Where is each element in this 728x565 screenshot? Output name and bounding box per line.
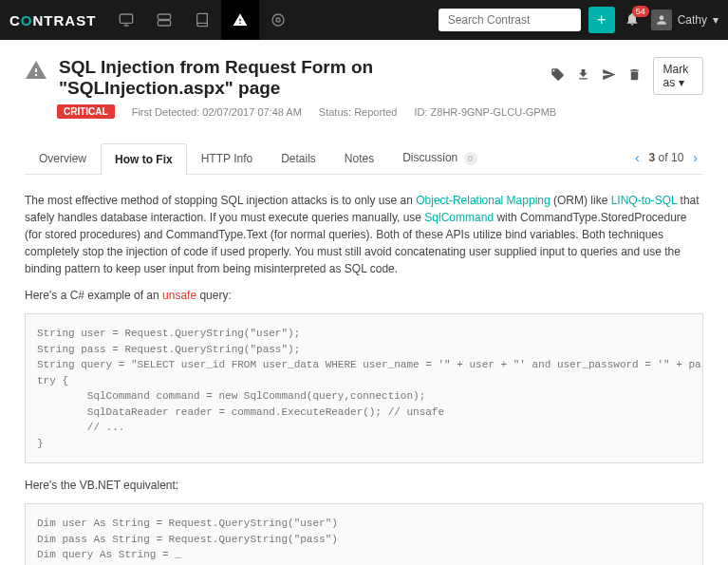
tag-icon[interactable] — [551, 67, 565, 85]
vbnet-unsafe-code: Dim user As String = Request.QueryString… — [25, 503, 703, 565]
first-detected: First Detected: 02/07/2017 07:48 AM — [132, 106, 302, 118]
svg-point-6 — [276, 18, 280, 22]
mark-as-button[interactable]: Mark as ▾ — [653, 57, 704, 95]
csharp-unsafe-code: String user = Request.QueryString("user"… — [25, 313, 703, 463]
discussion-count: 0 — [464, 152, 477, 165]
download-icon[interactable] — [576, 67, 590, 85]
tab-notes[interactable]: Notes — [330, 142, 388, 174]
csharp-unsafe-label: Here's a C# example of an unsafe query: — [25, 287, 703, 304]
user-menu[interactable]: Cathy ▾ — [651, 9, 719, 30]
vuln-id: ID: Z8HR-9GNP-GLCU-GPMB — [414, 106, 556, 118]
avatar-icon — [651, 9, 672, 30]
pager-next-icon[interactable]: › — [693, 150, 698, 165]
tab-http-info[interactable]: HTTP Info — [187, 142, 267, 174]
search-input[interactable] — [439, 9, 581, 31]
pager: ‹ 3 of 10 › — [635, 150, 703, 165]
page-content: SQL Injection from Request Form on "SQLI… — [0, 40, 728, 565]
vulnerability-header: SQL Injection from Request Form on "SQLI… — [25, 57, 703, 99]
nav-vulnerabilities-icon[interactable] — [221, 0, 259, 40]
tab-discussion[interactable]: Discussion 0 — [388, 141, 491, 174]
svg-rect-3 — [159, 14, 171, 19]
header-actions: Mark as ▾ — [551, 57, 704, 95]
sqlcommand-link[interactable]: SqlCommand — [424, 211, 494, 224]
logo-text-accent: O — [21, 12, 33, 28]
svg-point-5 — [272, 14, 284, 26]
notification-badge: 54 — [632, 6, 649, 17]
logo[interactable]: CONTRAST — [9, 12, 96, 28]
chevron-down-icon: ▾ — [713, 13, 719, 27]
nav-monitor-icon[interactable] — [107, 0, 145, 40]
tab-how-to-fix[interactable]: How to Fix — [101, 143, 187, 175]
page-title: SQL Injection from Request Form on "SQLI… — [59, 57, 539, 99]
trash-icon[interactable] — [627, 67, 642, 85]
logo-text-post: NTRAST — [33, 12, 97, 28]
pager-position: 3 of 10 — [649, 151, 684, 164]
notifications-icon[interactable]: 54 — [625, 11, 640, 29]
vbnet-label: Here's the VB.NET equivalent: — [25, 477, 703, 494]
add-button[interactable]: + — [588, 7, 615, 33]
svg-rect-0 — [121, 14, 133, 23]
warning-icon — [25, 59, 47, 87]
status: Status: Reported — [319, 106, 398, 118]
nav-analytics-icon[interactable] — [259, 0, 297, 40]
linq-link[interactable]: LINQ-to-SQL — [611, 194, 678, 207]
nav-icons — [107, 0, 297, 40]
orm-link[interactable]: Object-Relational Mapping — [416, 194, 550, 207]
nav-server-icon[interactable] — [145, 0, 183, 40]
svg-rect-4 — [159, 21, 171, 26]
nav-library-icon[interactable] — [183, 0, 221, 40]
tab-details[interactable]: Details — [267, 142, 330, 174]
meta-row: CRITICAL First Detected: 02/07/2017 07:4… — [57, 104, 703, 119]
logo-text-pre: C — [9, 12, 21, 28]
unsafe-label: unsafe — [162, 289, 196, 302]
tab-overview[interactable]: Overview — [25, 142, 101, 174]
username-label: Cathy — [678, 13, 707, 27]
top-navbar: CONTRAST + 54 Cathy ▾ — [0, 0, 728, 40]
severity-badge: CRITICAL — [57, 104, 115, 119]
pager-prev-icon[interactable]: ‹ — [635, 150, 640, 165]
how-to-fix-content: The most effective method of stopping SQ… — [25, 175, 703, 565]
tabs: Overview How to Fix HTTP Info Details No… — [25, 141, 703, 175]
intro-paragraph: The most effective method of stopping SQ… — [25, 192, 703, 277]
send-icon[interactable] — [602, 67, 616, 85]
